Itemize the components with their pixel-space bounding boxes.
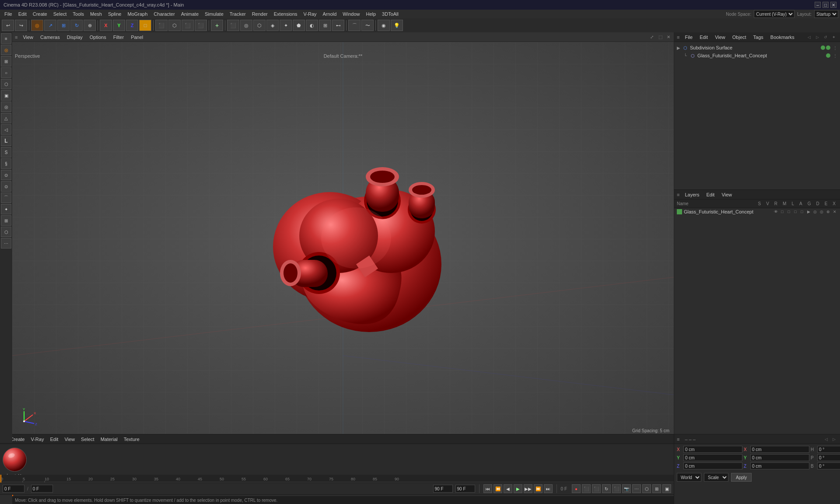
- tree-item-heart[interactable]: └ ⬡ Glass_Futuristic_Heart_Concept ⋮: [674, 52, 840, 60]
- x-axis-btn[interactable]: X: [100, 20, 112, 31]
- tl-extra-btn[interactable]: ⊞: [652, 484, 661, 493]
- layer-row-heart[interactable]: Glass_Futuristic_Heart_Concept 👁 □ □ □ □…: [674, 208, 840, 215]
- menu-mesh[interactable]: Mesh: [88, 10, 105, 18]
- tl-menu-edit[interactable]: Edit: [49, 437, 60, 442]
- vp-menu-panel[interactable]: Panel: [129, 35, 145, 40]
- sym-tool-btn[interactable]: §: [1, 158, 11, 169]
- obj2-btn[interactable]: ◎: [240, 20, 252, 31]
- menu-file[interactable]: File: [2, 10, 15, 18]
- vp-menu-options[interactable]: Options: [88, 35, 108, 40]
- menu-animate[interactable]: Animate: [178, 10, 201, 18]
- mat-btn[interactable]: ◉: [378, 20, 390, 31]
- y-axis-btn[interactable]: Y: [113, 20, 125, 31]
- render-region-btn[interactable]: ⬡: [168, 20, 181, 31]
- menu-vray[interactable]: V-Ray: [301, 10, 319, 18]
- obj3-btn[interactable]: ⬡: [253, 20, 266, 31]
- object-axis-btn[interactable]: ⊕: [84, 20, 96, 31]
- edge-tool-btn[interactable]: ○: [1, 67, 11, 78]
- l-tool-btn[interactable]: L: [1, 136, 11, 146]
- minimize-button[interactable]: –: [815, 2, 821, 8]
- paint-tool-btn[interactable]: ⊙: [1, 181, 11, 192]
- menu-tracker[interactable]: Tracker: [227, 10, 248, 18]
- obj4-btn[interactable]: ◈: [266, 20, 279, 31]
- om-menu-file[interactable]: File: [683, 35, 694, 40]
- z-axis-btn[interactable]: Z: [126, 20, 138, 31]
- current-frame-right[interactable]: [31, 485, 53, 493]
- vp-menu-view[interactable]: View: [21, 35, 35, 40]
- layer-icon-l[interactable]: □: [799, 209, 805, 214]
- next-frame-btn[interactable]: ⏩: [534, 484, 542, 493]
- layers-menu-view[interactable]: View: [720, 192, 734, 197]
- loop-btn[interactable]: ↻: [602, 484, 611, 493]
- coord-icon1[interactable]: ◁: [822, 436, 830, 443]
- vp-menu-cameras[interactable]: Cameras: [38, 35, 62, 40]
- obj8-btn[interactable]: ⊞: [319, 20, 331, 31]
- layer-icon-x[interactable]: ✕: [832, 209, 837, 214]
- axis-tool-btn[interactable]: ◁: [1, 124, 11, 135]
- layer-icon-d[interactable]: ◎: [819, 209, 824, 214]
- add-btn[interactable]: +: [211, 20, 223, 31]
- menu-edit[interactable]: Edit: [16, 10, 29, 18]
- coord-icon2[interactable]: ▷: [830, 436, 837, 443]
- scale-mode-btn[interactable]: ⊞: [57, 20, 70, 31]
- obj1-btn[interactable]: ⬛: [227, 20, 239, 31]
- om-menu-bookmarks[interactable]: Bookmarks: [769, 35, 796, 40]
- all-axis-btn[interactable]: □: [139, 20, 151, 31]
- deform-btn[interactable]: ⌒: [348, 20, 360, 31]
- tree-item-subdivision[interactable]: ▶ ⬡ Subdivision Surface ⋮: [674, 44, 840, 52]
- frame-end-input1[interactable]: [433, 485, 453, 493]
- window-controls[interactable]: – □ ✕: [815, 2, 836, 8]
- hex-tool-btn[interactable]: ⬡: [1, 227, 11, 237]
- star-tool-btn[interactable]: ✦: [1, 204, 11, 214]
- prev-frame-btn[interactable]: ◀: [504, 484, 512, 493]
- layers-menu-layers[interactable]: Layers: [683, 192, 701, 197]
- om-icon2[interactable]: ▷: [814, 34, 821, 41]
- coord-menu-icon[interactable]: ≡: [677, 437, 679, 442]
- viewport-canvas[interactable]: Perspective Default Camera:**: [12, 42, 674, 434]
- layers-menu-edit[interactable]: Edit: [704, 192, 716, 197]
- obj9-btn[interactable]: ⊷: [332, 20, 344, 31]
- coord-x-rot-input[interactable]: [750, 446, 809, 453]
- layer-icon-a[interactable]: ▶: [806, 209, 811, 214]
- rotate-mode-btn[interactable]: ↻: [70, 20, 83, 31]
- layout-select[interactable]: Startup: [814, 10, 838, 18]
- obj5-btn[interactable]: ✦: [280, 20, 292, 31]
- menu-arnold[interactable]: Arnold: [320, 10, 340, 18]
- undo-button[interactable]: ↩: [2, 20, 14, 31]
- tl-menu-vray[interactable]: V-Ray: [29, 437, 45, 442]
- layer-icon-g[interactable]: ◎: [812, 209, 818, 214]
- keyframe-btn[interactable]: ⬛: [582, 484, 591, 493]
- tl-menu-select[interactable]: Select: [80, 437, 96, 442]
- coord-b-input[interactable]: [817, 462, 840, 469]
- apply-button[interactable]: Apply: [731, 473, 752, 482]
- vp-menu-filter[interactable]: Filter: [112, 35, 126, 40]
- menu-tools[interactable]: Tools: [70, 10, 87, 18]
- model-tool-btn[interactable]: ◎: [1, 45, 11, 55]
- tl-extra-btn2[interactable]: ▣: [662, 484, 671, 493]
- obj6-btn[interactable]: ⬟: [293, 20, 305, 31]
- layers-btn[interactable]: ⬡: [642, 484, 651, 493]
- coord-h-input[interactable]: [817, 446, 840, 453]
- coord-z-rot-input[interactable]: [750, 462, 809, 469]
- spline-btn[interactable]: 〜: [361, 20, 374, 31]
- menu-spline[interactable]: Spline: [105, 10, 124, 18]
- motion-path-btn[interactable]: ⬛: [592, 484, 601, 493]
- move-mode-btn[interactable]: ↗: [44, 20, 56, 31]
- vp-menu-display[interactable]: Display: [65, 35, 84, 40]
- menu-extensions[interactable]: Extensions: [271, 10, 300, 18]
- mesh-tool-btn[interactable]: ⊞: [1, 56, 11, 66]
- heart-3d-model[interactable]: [234, 129, 452, 347]
- more-tool-btn[interactable]: ⋯: [1, 238, 11, 248]
- om-icon4[interactable]: ✦: [830, 34, 837, 41]
- camera-rec-btn[interactable]: 📷: [622, 484, 631, 493]
- layer-icon-render[interactable]: □: [786, 209, 791, 214]
- dots-btn[interactable]: ⋯: [632, 484, 641, 493]
- layer-icon-m[interactable]: □: [793, 209, 798, 214]
- node-space-select[interactable]: Current (V-Ray): [754, 10, 794, 18]
- om-menu-object[interactable]: Object: [731, 35, 748, 40]
- om-menu-view[interactable]: View: [713, 35, 727, 40]
- maximize-button[interactable]: □: [822, 2, 829, 8]
- curve-tool-btn[interactable]: ⌒: [1, 192, 11, 203]
- play-rev-btn[interactable]: ▶▶: [524, 484, 532, 493]
- go-start-btn[interactable]: ⏮: [483, 484, 492, 493]
